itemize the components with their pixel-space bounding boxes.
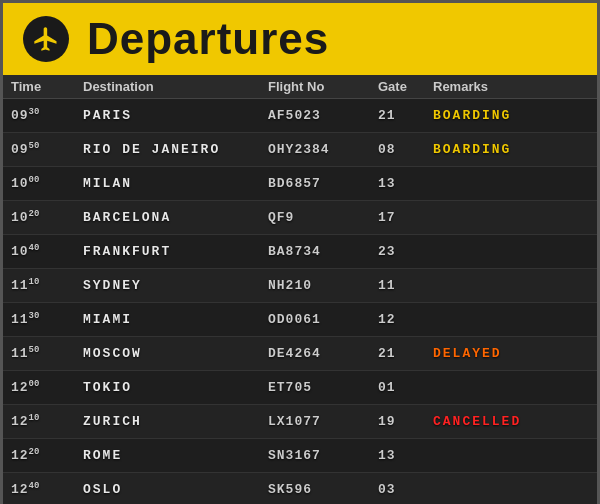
table-row: 1240 OSLO SK596 03 — [3, 473, 597, 504]
flight-gate: 21 — [378, 108, 433, 123]
table-row: 1040 FRANKFURT BA8734 23 — [3, 235, 597, 269]
flight-time: 1240 — [11, 481, 83, 497]
flight-gate: 08 — [378, 142, 433, 157]
flight-gate: 19 — [378, 414, 433, 429]
table-row: 1210 ZURICH LX1077 19 CANCELLED — [3, 405, 597, 439]
flight-destination: SYDNEY — [83, 278, 268, 293]
flight-number: LX1077 — [268, 414, 378, 429]
flight-gate: 11 — [378, 278, 433, 293]
flight-time: 1020 — [11, 209, 83, 225]
flight-gate: 17 — [378, 210, 433, 225]
table-row: 1150 MOSCOW DE4264 21 DELAYED — [3, 337, 597, 371]
flight-remark: BOARDING — [433, 142, 589, 157]
flight-time: 1150 — [11, 345, 83, 361]
flight-gate: 21 — [378, 346, 433, 361]
table-row: 1130 MIAMI OD0061 12 — [3, 303, 597, 337]
flight-number: SN3167 — [268, 448, 378, 463]
flight-remark: DELAYED — [433, 346, 589, 361]
flight-gate: 23 — [378, 244, 433, 259]
flight-time: 1110 — [11, 277, 83, 293]
table-row: 0930 PARIS AF5023 21 BOARDING — [3, 99, 597, 133]
flight-gate: 13 — [378, 448, 433, 463]
table-row: 1200 TOKIO ET705 01 — [3, 371, 597, 405]
table-row: 1020 BARCELONA QF9 17 — [3, 201, 597, 235]
flight-time: 1210 — [11, 413, 83, 429]
flight-number: SK596 — [268, 482, 378, 497]
flight-time: 1040 — [11, 243, 83, 259]
time-header: Time — [11, 79, 83, 94]
flight-destination: RIO DE JANEIRO — [83, 142, 268, 157]
board-header: Departures — [3, 3, 597, 75]
flight-destination: OSLO — [83, 482, 268, 497]
flight-number: ET705 — [268, 380, 378, 395]
departures-board: Departures Time Destination Flight No Ga… — [0, 0, 600, 504]
flight-destination: TOKIO — [83, 380, 268, 395]
flight-time: 1200 — [11, 379, 83, 395]
flight-remark: BOARDING — [433, 108, 589, 123]
flight-remark: CANCELLED — [433, 414, 589, 429]
flight-destination: ROME — [83, 448, 268, 463]
flight-number: AF5023 — [268, 108, 378, 123]
board-title: Departures — [87, 14, 329, 64]
destination-header: Destination — [83, 79, 268, 94]
flight-number: DE4264 — [268, 346, 378, 361]
flight-header: Flight No — [268, 79, 378, 94]
flight-time: 1130 — [11, 311, 83, 327]
flight-gate: 01 — [378, 380, 433, 395]
table-row: 1000 MILAN BD6857 13 — [3, 167, 597, 201]
table-row: 0950 RIO DE JANEIRO OHY2384 08 BOARDING — [3, 133, 597, 167]
plane-icon — [23, 16, 69, 62]
flight-number: OD0061 — [268, 312, 378, 327]
flight-destination: BARCELONA — [83, 210, 268, 225]
remarks-header: Remarks — [433, 79, 589, 94]
flight-number: BA8734 — [268, 244, 378, 259]
flight-time: 0950 — [11, 141, 83, 157]
flight-destination: MIAMI — [83, 312, 268, 327]
flight-number: OHY2384 — [268, 142, 378, 157]
flight-gate: 13 — [378, 176, 433, 191]
flight-destination: MILAN — [83, 176, 268, 191]
flight-time: 1000 — [11, 175, 83, 191]
flights-list: 0930 PARIS AF5023 21 BOARDING 0950 RIO D… — [3, 99, 597, 504]
flight-number: QF9 — [268, 210, 378, 225]
flight-destination: FRANKFURT — [83, 244, 268, 259]
flight-number: BD6857 — [268, 176, 378, 191]
flight-gate: 12 — [378, 312, 433, 327]
table-row: 1220 ROME SN3167 13 — [3, 439, 597, 473]
flight-gate: 03 — [378, 482, 433, 497]
flight-number: NH210 — [268, 278, 378, 293]
flight-destination: PARIS — [83, 108, 268, 123]
flight-time: 1220 — [11, 447, 83, 463]
table-row: 1110 SYDNEY NH210 11 — [3, 269, 597, 303]
column-headers: Time Destination Flight No Gate Remarks — [3, 75, 597, 99]
flight-destination: MOSCOW — [83, 346, 268, 361]
flight-destination: ZURICH — [83, 414, 268, 429]
gate-header: Gate — [378, 79, 433, 94]
flight-time: 0930 — [11, 107, 83, 123]
